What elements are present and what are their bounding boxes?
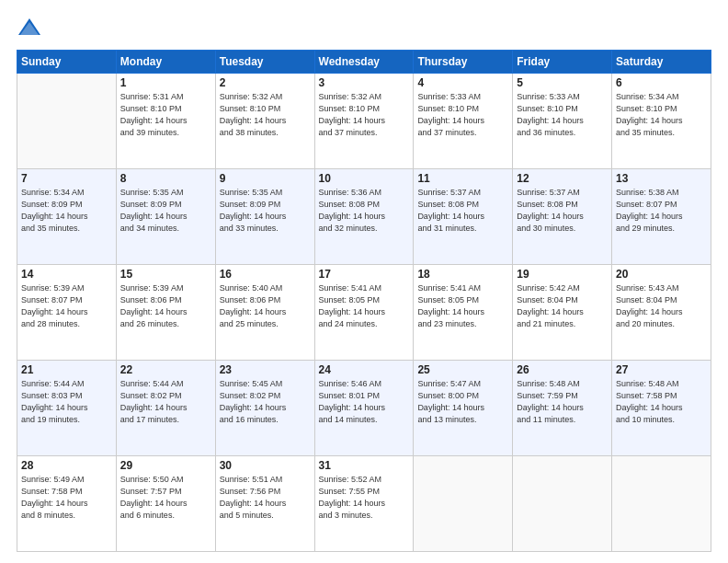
calendar-cell <box>17 74 117 169</box>
column-header-monday: Monday <box>116 51 215 74</box>
calendar-cell: 2Sunrise: 5:32 AM Sunset: 8:10 PM Daylig… <box>215 74 314 169</box>
calendar-week-row: 1Sunrise: 5:31 AM Sunset: 8:10 PM Daylig… <box>17 74 711 169</box>
day-info: Sunrise: 5:45 AM Sunset: 8:02 PM Dayligh… <box>220 378 311 426</box>
calendar-cell: 13Sunrise: 5:38 AM Sunset: 8:07 PM Dayli… <box>612 169 711 265</box>
calendar-cell <box>612 456 711 552</box>
day-number: 31 <box>319 459 410 472</box>
day-info: Sunrise: 5:52 AM Sunset: 7:55 PM Dayligh… <box>319 474 410 522</box>
logo-icon <box>17 15 42 40</box>
calendar-week-row: 21Sunrise: 5:44 AM Sunset: 8:03 PM Dayli… <box>17 361 711 456</box>
calendar-cell: 26Sunrise: 5:48 AM Sunset: 7:59 PM Dayli… <box>513 361 612 456</box>
day-info: Sunrise: 5:34 AM Sunset: 8:10 PM Dayligh… <box>616 91 707 139</box>
day-number: 19 <box>517 268 608 281</box>
day-number: 4 <box>417 76 508 89</box>
day-info: Sunrise: 5:41 AM Sunset: 8:05 PM Dayligh… <box>417 282 508 330</box>
day-number: 8 <box>120 172 211 185</box>
day-number: 22 <box>120 363 211 376</box>
calendar-cell: 24Sunrise: 5:46 AM Sunset: 8:01 PM Dayli… <box>314 361 414 456</box>
calendar-cell: 29Sunrise: 5:50 AM Sunset: 7:57 PM Dayli… <box>116 456 215 552</box>
day-number: 3 <box>319 76 410 89</box>
calendar-cell: 7Sunrise: 5:34 AM Sunset: 8:09 PM Daylig… <box>17 169 117 265</box>
calendar-cell: 12Sunrise: 5:37 AM Sunset: 8:08 PM Dayli… <box>513 169 612 265</box>
day-info: Sunrise: 5:48 AM Sunset: 7:59 PM Dayligh… <box>517 378 608 426</box>
day-number: 5 <box>517 76 608 89</box>
day-info: Sunrise: 5:44 AM Sunset: 8:03 PM Dayligh… <box>21 378 112 426</box>
day-info: Sunrise: 5:32 AM Sunset: 8:10 PM Dayligh… <box>319 91 410 139</box>
calendar-cell: 6Sunrise: 5:34 AM Sunset: 8:10 PM Daylig… <box>612 74 711 169</box>
day-info: Sunrise: 5:40 AM Sunset: 8:06 PM Dayligh… <box>220 282 311 330</box>
column-header-friday: Friday <box>513 51 612 74</box>
day-number: 14 <box>21 268 112 281</box>
day-number: 15 <box>120 268 211 281</box>
day-info: Sunrise: 5:32 AM Sunset: 8:10 PM Dayligh… <box>220 91 311 139</box>
day-number: 1 <box>120 76 211 89</box>
calendar-cell: 4Sunrise: 5:33 AM Sunset: 8:10 PM Daylig… <box>414 74 513 169</box>
calendar-week-row: 28Sunrise: 5:49 AM Sunset: 7:58 PM Dayli… <box>17 456 711 552</box>
calendar-cell: 19Sunrise: 5:42 AM Sunset: 8:04 PM Dayli… <box>513 265 612 361</box>
calendar-cell: 8Sunrise: 5:35 AM Sunset: 8:09 PM Daylig… <box>116 169 215 265</box>
day-number: 28 <box>21 459 112 472</box>
day-number: 24 <box>319 363 410 376</box>
day-info: Sunrise: 5:39 AM Sunset: 8:07 PM Dayligh… <box>21 282 112 330</box>
day-number: 17 <box>319 268 410 281</box>
day-info: Sunrise: 5:51 AM Sunset: 7:56 PM Dayligh… <box>220 474 311 522</box>
header <box>17 15 711 40</box>
logo <box>17 15 46 40</box>
day-info: Sunrise: 5:31 AM Sunset: 8:10 PM Dayligh… <box>120 91 211 139</box>
calendar-cell: 31Sunrise: 5:52 AM Sunset: 7:55 PM Dayli… <box>314 456 414 552</box>
day-info: Sunrise: 5:36 AM Sunset: 8:08 PM Dayligh… <box>319 187 410 235</box>
calendar-header-row: SundayMondayTuesdayWednesdayThursdayFrid… <box>17 51 711 74</box>
day-info: Sunrise: 5:33 AM Sunset: 8:10 PM Dayligh… <box>417 91 508 139</box>
calendar-cell: 30Sunrise: 5:51 AM Sunset: 7:56 PM Dayli… <box>215 456 314 552</box>
day-info: Sunrise: 5:38 AM Sunset: 8:07 PM Dayligh… <box>616 187 707 235</box>
calendar-cell: 1Sunrise: 5:31 AM Sunset: 8:10 PM Daylig… <box>116 74 215 169</box>
day-info: Sunrise: 5:33 AM Sunset: 8:10 PM Dayligh… <box>517 91 608 139</box>
calendar-cell: 16Sunrise: 5:40 AM Sunset: 8:06 PM Dayli… <box>215 265 314 361</box>
column-header-sunday: Sunday <box>17 51 117 74</box>
calendar-cell: 25Sunrise: 5:47 AM Sunset: 8:00 PM Dayli… <box>414 361 513 456</box>
day-info: Sunrise: 5:46 AM Sunset: 8:01 PM Dayligh… <box>319 378 410 426</box>
day-info: Sunrise: 5:44 AM Sunset: 8:02 PM Dayligh… <box>120 378 211 426</box>
day-info: Sunrise: 5:43 AM Sunset: 8:04 PM Dayligh… <box>616 282 707 330</box>
calendar-table: SundayMondayTuesdayWednesdayThursdayFrid… <box>17 50 711 552</box>
day-number: 11 <box>417 172 508 185</box>
day-number: 2 <box>220 76 311 89</box>
calendar-cell: 21Sunrise: 5:44 AM Sunset: 8:03 PM Dayli… <box>17 361 117 456</box>
day-number: 6 <box>616 76 707 89</box>
day-number: 27 <box>616 363 707 376</box>
calendar-cell: 22Sunrise: 5:44 AM Sunset: 8:02 PM Dayli… <box>116 361 215 456</box>
day-number: 7 <box>21 172 112 185</box>
page: SundayMondayTuesdayWednesdayThursdayFrid… <box>0 0 728 563</box>
day-info: Sunrise: 5:35 AM Sunset: 8:09 PM Dayligh… <box>120 187 211 235</box>
column-header-wednesday: Wednesday <box>314 51 414 74</box>
day-number: 26 <box>517 363 608 376</box>
day-info: Sunrise: 5:50 AM Sunset: 7:57 PM Dayligh… <box>120 474 211 522</box>
calendar-cell: 14Sunrise: 5:39 AM Sunset: 8:07 PM Dayli… <box>17 265 117 361</box>
day-info: Sunrise: 5:39 AM Sunset: 8:06 PM Dayligh… <box>120 282 211 330</box>
calendar-cell: 18Sunrise: 5:41 AM Sunset: 8:05 PM Dayli… <box>414 265 513 361</box>
day-info: Sunrise: 5:37 AM Sunset: 8:08 PM Dayligh… <box>417 187 508 235</box>
calendar-cell: 9Sunrise: 5:35 AM Sunset: 8:09 PM Daylig… <box>215 169 314 265</box>
day-number: 18 <box>417 268 508 281</box>
day-info: Sunrise: 5:47 AM Sunset: 8:00 PM Dayligh… <box>417 378 508 426</box>
day-number: 10 <box>319 172 410 185</box>
column-header-thursday: Thursday <box>414 51 513 74</box>
day-number: 20 <box>616 268 707 281</box>
day-number: 23 <box>220 363 311 376</box>
day-info: Sunrise: 5:48 AM Sunset: 7:58 PM Dayligh… <box>616 378 707 426</box>
day-info: Sunrise: 5:34 AM Sunset: 8:09 PM Dayligh… <box>21 187 112 235</box>
column-header-saturday: Saturday <box>612 51 711 74</box>
calendar-cell: 5Sunrise: 5:33 AM Sunset: 8:10 PM Daylig… <box>513 74 612 169</box>
day-info: Sunrise: 5:37 AM Sunset: 8:08 PM Dayligh… <box>517 187 608 235</box>
calendar-cell <box>513 456 612 552</box>
calendar-cell: 28Sunrise: 5:49 AM Sunset: 7:58 PM Dayli… <box>17 456 117 552</box>
day-number: 13 <box>616 172 707 185</box>
calendar-week-row: 14Sunrise: 5:39 AM Sunset: 8:07 PM Dayli… <box>17 265 711 361</box>
calendar-cell: 11Sunrise: 5:37 AM Sunset: 8:08 PM Dayli… <box>414 169 513 265</box>
day-number: 29 <box>120 459 211 472</box>
day-number: 30 <box>220 459 311 472</box>
column-header-tuesday: Tuesday <box>215 51 314 74</box>
day-number: 21 <box>21 363 112 376</box>
day-info: Sunrise: 5:42 AM Sunset: 8:04 PM Dayligh… <box>517 282 608 330</box>
day-info: Sunrise: 5:41 AM Sunset: 8:05 PM Dayligh… <box>319 282 410 330</box>
